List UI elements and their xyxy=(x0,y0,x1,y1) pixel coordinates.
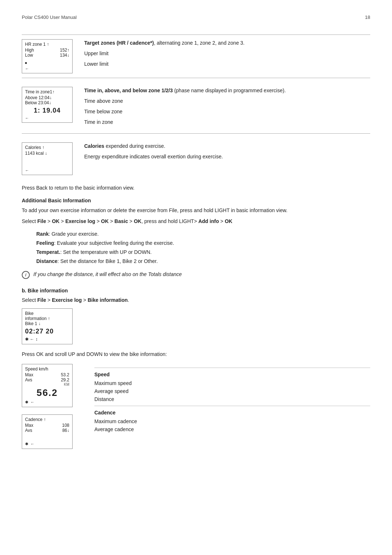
speed-avs-row: Avs29.2 xyxy=(25,377,69,382)
speed-device-col: Speed km/h Max53.2 Avs29.2 KM 56.2 ✱ ← C… xyxy=(22,364,80,449)
speed-device: Speed km/h Max53.2 Avs29.2 KM 56.2 ✱ ← xyxy=(22,364,73,407)
bike-select-path: Select File > Exercise log > Bike inform… xyxy=(22,296,370,304)
time-in-label: Time in zone xyxy=(84,118,370,126)
calories-info: Calories expended during exercise. Energ… xyxy=(84,142,370,163)
distance-item: Distance: Set the distance for Bike 1, B… xyxy=(36,257,370,266)
divider-mid1 xyxy=(22,78,370,78)
additional-para1: To add your own exercise information or … xyxy=(22,206,370,214)
bike-info-heading: b. Bike information xyxy=(22,288,370,293)
lower-limit-label: Lower limit xyxy=(84,60,370,68)
time-in-zone-row: Time in zone1↑ Above 12:04↓ Below 23:04↓… xyxy=(22,87,370,129)
avg-speed-label: Average speed xyxy=(94,388,370,394)
page-header: Polar CS400 User Manual 18 xyxy=(22,15,370,20)
time-back-icon: ← xyxy=(25,116,69,120)
divider-mid2 xyxy=(22,133,370,134)
speed-divider-bottom xyxy=(94,406,370,406)
press-ok-scroll: Press OK and scroll UP and DOWN to view … xyxy=(22,350,370,358)
speed-cadence-container: Speed km/h Max53.2 Avs29.2 KM 56.2 ✱ ← C… xyxy=(22,364,370,449)
speed-big: 56.2 xyxy=(25,387,69,398)
bike-star-icon: ✱ xyxy=(25,337,29,342)
note-text: If you change the distance, it will effe… xyxy=(33,271,182,278)
speed-km-label: KM xyxy=(25,382,69,386)
calories-row: Calories ↑ 1143 kcal ↓ ← Calories expend… xyxy=(22,142,370,175)
cadence-icons: ✱ ← xyxy=(25,442,69,446)
cadence-heading: Cadence xyxy=(94,410,370,416)
additional-basic-section: Additional Basic Information To add your… xyxy=(22,198,370,279)
speed-dev-title: Speed km/h xyxy=(25,366,69,372)
cadence-star-icon: ✱ xyxy=(25,442,28,446)
bike-dev-big: 02:27 20 xyxy=(25,328,69,335)
bike-dev-line3: Bike 1 ↓ xyxy=(25,321,69,326)
time-in-zone-title: Time in zone1↑ xyxy=(25,89,69,94)
hr-zone-high: High152↑ xyxy=(25,48,69,53)
bike-dev-title: Bike xyxy=(25,311,69,316)
calories-detail: Energy expenditure indicates overall exe… xyxy=(84,153,370,161)
time-above-label: Time above zone xyxy=(84,97,370,105)
hr-zone-section: HR zone 1 ↑ High152↑ Low134↓ ← Target zo… xyxy=(22,35,370,78)
info-icon: i xyxy=(22,271,30,279)
max-speed-label: Maximum speed xyxy=(94,380,370,386)
distance-label: Distance xyxy=(94,396,370,402)
time-in-zone-device: Time in zone1↑ Above 12:04↓ Below 23:04↓… xyxy=(22,87,73,123)
time-display: 1: 19.04 xyxy=(25,107,69,114)
bike-device-row: Bike information ↑ Bike 1 ↓ 02:27 20 ✱ ←… xyxy=(22,308,370,344)
calories-back-icon: ← xyxy=(25,168,69,173)
speed-max-row: Max53.2 xyxy=(25,372,69,377)
avg-cadence-label: Average cadence xyxy=(94,426,370,432)
speed-cadence-info-col: Speed Maximum speed Average speed Distan… xyxy=(94,364,370,449)
bike-info-section: b. Bike information Select File > Exerci… xyxy=(22,288,370,449)
bike-dev-icons: ✱ ← ↕ xyxy=(25,337,69,342)
upper-limit-label: Upper limit xyxy=(84,50,370,57)
hr-zone-row: HR zone 1 ↑ High152↑ Low134↓ ← Target zo… xyxy=(22,39,370,73)
hr-zone-title: HR zone 1 ↑ xyxy=(25,42,69,47)
speed-icons: ✱ ← xyxy=(25,400,69,405)
speed-divider-top xyxy=(94,368,370,368)
calories-title: Calories ↑ xyxy=(25,145,69,150)
hr-zone-low: Low134↓ xyxy=(25,53,69,58)
page-title: Polar CS400 User Manual xyxy=(22,15,77,20)
divider-top xyxy=(22,35,370,35)
calories-value: 1143 kcal ↓ xyxy=(25,151,69,156)
hr-zone-back: ← xyxy=(25,66,69,71)
select-path-basic: Select File > OK > Exercise log > OK > B… xyxy=(22,218,370,225)
time-below: Below 23:04↓ xyxy=(25,100,69,105)
time-zone-description: Time in, above, and below zone 1/2/3 (ph… xyxy=(84,87,370,94)
feeling-item: Feeling: Evaluate your subjective feelin… xyxy=(36,239,370,248)
hr-zone-info: Target zones (HR / cadence*), alternatin… xyxy=(84,39,370,71)
cadence-avs-row: Avs86↓ xyxy=(25,428,69,433)
bike-device: Bike information ↑ Bike 1 ↓ 02:27 20 ✱ ←… xyxy=(22,308,73,344)
rank-item: Rank: Grade your exercise. xyxy=(36,230,370,239)
speed-heading: Speed xyxy=(94,372,370,377)
rank-feeling-list: Rank: Grade your exercise. Feeling: Eval… xyxy=(36,230,370,266)
cadence-device: Cadence ↑ Max108 Avs86↓ ✱ ← xyxy=(22,414,73,449)
calories-device: Calories ↑ 1143 kcal ↓ ← xyxy=(22,142,73,175)
time-below-label: Time below zone xyxy=(84,108,370,116)
additional-heading: Additional Basic Information xyxy=(22,198,370,203)
press-back-text: Press Back to return to the basic inform… xyxy=(22,184,370,192)
calories-section: Calories ↑ 1143 kcal ↓ ← Calories expend… xyxy=(22,142,370,175)
note-row: i If you change the distance, it will ef… xyxy=(22,271,370,279)
max-cadence-label: Maximum cadence xyxy=(94,418,370,424)
temperat-item: Temperat.: Set the temperature with UP o… xyxy=(36,248,370,257)
cadence-max-row: Max108 xyxy=(25,423,69,428)
hr-zone-description: Target zones (HR / cadence*), alternatin… xyxy=(84,39,370,47)
time-in-zone-info: Time in, above, and below zone 1/2/3 (ph… xyxy=(84,87,370,129)
cadence-dev-title: Cadence ↑ xyxy=(25,417,69,422)
speed-star-icon: ✱ xyxy=(25,400,28,405)
hr-zone-dot xyxy=(25,60,69,65)
bike-dev-line2: information ↑ xyxy=(25,316,69,321)
time-in-zone-section: Time in zone1↑ Above 12:04↓ Below 23:04↓… xyxy=(22,87,370,134)
dot-icon xyxy=(25,62,27,64)
calories-description: Calories expended during exercise. xyxy=(84,142,370,150)
time-above: Above 12:04↓ xyxy=(25,95,69,100)
page-number: 18 xyxy=(365,15,370,20)
hr-zone-device: HR zone 1 ↑ High152↑ Low134↓ ← xyxy=(22,39,73,73)
